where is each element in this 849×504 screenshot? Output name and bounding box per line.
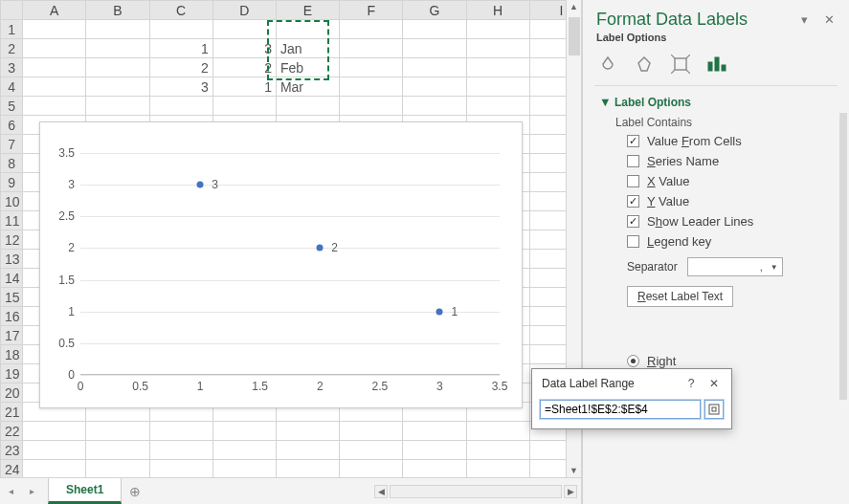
row-header-9[interactable]: 9 xyxy=(1,173,23,192)
checkbox-icon[interactable] xyxy=(627,235,639,248)
range-picker-icon[interactable] xyxy=(704,400,724,419)
row-header-6[interactable]: 6 xyxy=(1,116,23,135)
column-header-F[interactable]: F xyxy=(340,1,403,20)
row-header-2[interactable]: 2 xyxy=(1,39,23,58)
cell-F2[interactable] xyxy=(340,39,403,58)
cell-C2[interactable]: 1 xyxy=(149,39,212,58)
column-header-B[interactable]: B xyxy=(86,1,149,20)
data-label[interactable]: 1 xyxy=(451,305,458,318)
column-header-E[interactable]: E xyxy=(276,1,339,20)
checkbox-show-leader-lines[interactable]: Show Leader Lines xyxy=(602,211,836,231)
column-header-H[interactable]: H xyxy=(466,1,529,20)
cell-D23[interactable] xyxy=(212,441,276,460)
cell-H3[interactable] xyxy=(466,58,529,77)
cell-B1[interactable] xyxy=(86,20,149,39)
row-header-4[interactable]: 4 xyxy=(1,77,23,97)
row-header-1[interactable]: 1 xyxy=(1,20,23,39)
cell-F22[interactable] xyxy=(340,422,403,441)
label-options-section-header[interactable]: ▶ Label Options xyxy=(602,92,836,113)
plot-area[interactable]: 00.511.522.533.500.511.522.533.5321 xyxy=(80,153,500,375)
row-header-17[interactable]: 17 xyxy=(1,326,23,345)
new-sheet-button[interactable]: ⊕ xyxy=(122,478,148,504)
cell-H4[interactable] xyxy=(466,77,529,97)
cell-H2[interactable] xyxy=(466,39,529,58)
cell-D24[interactable] xyxy=(212,460,276,478)
cell-G22[interactable] xyxy=(403,422,466,441)
cell-D3[interactable]: 2 xyxy=(212,58,276,77)
cell-C1[interactable] xyxy=(149,20,212,39)
cell-A4[interactable] xyxy=(23,77,86,97)
row-header-12[interactable]: 12 xyxy=(1,230,23,250)
cell-F3[interactable] xyxy=(340,58,403,77)
cell-H5[interactable] xyxy=(466,97,529,116)
column-header-C[interactable]: C xyxy=(149,1,212,20)
cell-C24[interactable] xyxy=(149,460,212,478)
cell-F24[interactable] xyxy=(340,460,403,478)
sheet-tab-active[interactable]: Sheet1 xyxy=(48,478,122,504)
hscroll-left-arrow-icon[interactable]: ◀ xyxy=(374,485,388,498)
row-header-5[interactable]: 5 xyxy=(1,97,23,116)
column-header-A[interactable]: A xyxy=(23,1,86,20)
cell-D22[interactable] xyxy=(212,422,276,441)
cell-C22[interactable] xyxy=(149,422,212,441)
row-header-24[interactable]: 24 xyxy=(1,460,23,478)
cell-F1[interactable] xyxy=(340,20,403,39)
label-options-tab-icon[interactable] xyxy=(705,53,728,76)
cell-E22[interactable] xyxy=(276,422,339,441)
cell-F23[interactable] xyxy=(340,441,403,460)
cell-E4[interactable]: Mar xyxy=(276,77,339,97)
separator-dropdown[interactable]: , ▼ xyxy=(687,257,783,276)
cell-E1[interactable] xyxy=(276,20,339,39)
cell-C5[interactable] xyxy=(149,97,212,116)
data-label[interactable]: 3 xyxy=(212,178,218,191)
checkbox-icon[interactable] xyxy=(627,135,639,147)
row-header-21[interactable]: 21 xyxy=(1,403,23,422)
cell-G23[interactable] xyxy=(403,441,466,460)
row-header-20[interactable]: 20 xyxy=(1,383,23,403)
checkbox-y-value[interactable]: Y Value xyxy=(602,191,836,211)
checkbox-icon[interactable] xyxy=(627,215,639,228)
cell-C3[interactable]: 2 xyxy=(149,58,212,77)
row-header-8[interactable]: 8 xyxy=(1,154,23,173)
cell-G5[interactable] xyxy=(403,97,466,116)
horizontal-scrollbar[interactable]: ◀ ▶ xyxy=(370,478,581,504)
data-point[interactable] xyxy=(317,245,324,252)
fill-line-tab-icon[interactable] xyxy=(596,53,619,76)
column-header-D[interactable]: D xyxy=(212,1,276,20)
cell-F5[interactable] xyxy=(340,97,403,116)
row-header-11[interactable]: 11 xyxy=(1,211,23,230)
embedded-chart[interactable]: 00.511.522.533.500.511.522.533.5321 xyxy=(39,121,523,408)
cell-G3[interactable] xyxy=(403,58,466,77)
worksheet-grid[interactable]: ABCDEFGHI1213Jan322Feb431Mar567891011121… xyxy=(0,0,581,477)
data-label[interactable]: 2 xyxy=(331,241,338,254)
cell-B23[interactable] xyxy=(86,441,149,460)
cell-E23[interactable] xyxy=(276,441,339,460)
checkbox-value-from-cells[interactable]: Value From Cells xyxy=(602,131,836,151)
row-header-13[interactable]: 13 xyxy=(1,250,23,269)
cell-B4[interactable] xyxy=(86,77,149,97)
checkbox-x-value[interactable]: X Value xyxy=(602,171,836,191)
checkbox-icon[interactable] xyxy=(627,195,639,208)
effects-tab-icon[interactable] xyxy=(633,53,656,76)
cell-B24[interactable] xyxy=(86,460,149,478)
checkbox-legend-key[interactable]: Legend key xyxy=(602,231,836,252)
cell-G4[interactable] xyxy=(403,77,466,97)
row-header-18[interactable]: 18 xyxy=(1,345,23,364)
hscroll-right-arrow-icon[interactable]: ▶ xyxy=(564,485,577,498)
cell-A3[interactable] xyxy=(23,58,86,77)
row-header-14[interactable]: 14 xyxy=(1,269,23,288)
row-header-15[interactable]: 15 xyxy=(1,288,23,307)
cell-G24[interactable] xyxy=(403,460,466,478)
scroll-up-arrow-icon[interactable]: ▲ xyxy=(568,0,581,13)
tab-nav-last-icon[interactable]: ▸ xyxy=(21,478,42,504)
vscroll-thumb[interactable] xyxy=(569,17,580,55)
cell-A24[interactable] xyxy=(23,460,86,478)
cell-B3[interactable] xyxy=(86,58,149,77)
cell-A1[interactable] xyxy=(23,20,86,39)
cell-A5[interactable] xyxy=(23,97,86,116)
row-header-23[interactable]: 23 xyxy=(1,441,23,460)
cell-H22[interactable] xyxy=(466,422,529,441)
pane-subtitle[interactable]: Label Options xyxy=(583,32,849,49)
checkbox-icon[interactable] xyxy=(627,155,639,167)
cell-A23[interactable] xyxy=(23,441,86,460)
